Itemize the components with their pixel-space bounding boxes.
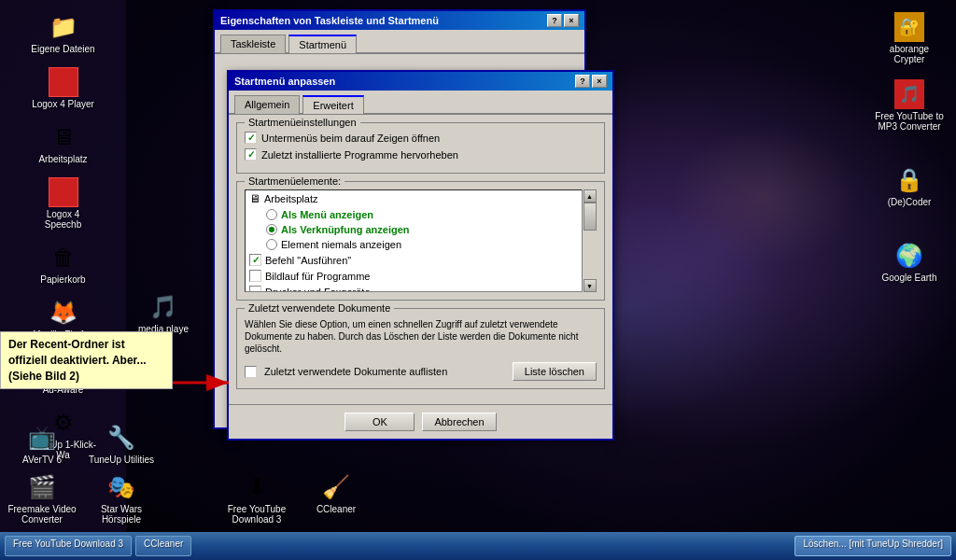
bildlauf-checkbox[interactable] [249,270,261,282]
untermenu-checkbox[interactable] [245,132,257,144]
icon-tuneup-utils[interactable]: 🔧 TuneUp Utilities [84,420,159,468]
tab-erweitert[interactable]: Erweitert [302,95,363,114]
icon-arbeitsplatz[interactable]: 🖥 Arbeitsplatz [26,119,101,167]
scrollbar-up-arrow[interactable]: ▲ [583,189,597,203]
scrollbar-thumb[interactable] [583,203,597,231]
bottom-left-icons: 📺 AVerTV 6 🔧 TuneUp Utilities [5,420,159,468]
icon-media-player[interactable]: 🎵 media playe [126,289,201,337]
cancel-button[interactable]: Abbrechen [422,413,496,431]
outer-dialog-title: Eigenschaften von Taskleiste und Startme… [220,15,547,26]
list-box-container: 🖥 Arbeitsplatz Als Menü anzeigen Als Ver… [245,189,597,292]
recent-description: Wählen Sie diese Option, um einen schnel… [245,318,597,355]
bottom-desktop-icons: 🎬 Freemake Video Converter 🎭 Star Wars H… [5,469,373,527]
icon-avertv[interactable]: 📺 AVerTV 6 [5,420,79,468]
annotation-box: Der Recent-Ordner ist offiziell deaktivi… [0,331,173,389]
list-item-als-menu[interactable]: Als Menü anzeigen [246,207,581,222]
icon-aborange-crypter[interactable]: 🔐 aborange Crypter [872,9,947,67]
icon-starwars[interactable]: 🎭 Star Wars Hörspiele [84,469,159,527]
elements-group: Startmenüelemente: 🖥 Arbeitsplatz Als Me… [236,181,605,301]
arbeitsplatz-label: Arbeitsplatz [264,193,317,204]
scrollbar-down-arrow[interactable]: ▼ [583,279,597,292]
recent-group: Zuletzt verwendete Dokumente Wählen Sie … [236,308,605,389]
inner-dialog-content: Startmenüeinstellungen Untermenüs beim d… [229,115,612,404]
ausfuhren-checkbox[interactable] [249,254,261,266]
drucker-label: Drucker und Faxgeräte [265,287,371,293]
outer-dialog-help-btn[interactable]: ? [547,14,562,27]
outer-dialog-tabs: Taskleiste Startmenü [215,30,584,54]
arbeitsplatz-icon: 🖥 [249,192,260,205]
settings-group-label: Startmenüeinstellungen [245,117,360,128]
inner-dialog-buttons: ? × [575,75,607,88]
elements-group-label: Startmenüelemente: [245,175,344,187]
ausfuhren-label: Befehl "Ausführen" [265,255,351,266]
icon-papierkorb[interactable]: 🗑 Papierkorb [26,240,101,287]
scrollbar-track [583,203,597,279]
list-scrollbar[interactable]: ▲ ▼ [582,189,597,292]
taskbar-btn-ccleaner[interactable]: CCleaner [135,536,191,556]
untermenu-row[interactable]: Untermenüs beim darauf Zeigen öffnen [245,132,597,144]
radio-als-verknupfung[interactable] [266,224,277,235]
icon-logox4speech[interactable]: Logox 4 Speechb [26,175,101,232]
settings-group: Startmenüeinstellungen Untermenüs beim d… [236,122,605,174]
niemals-label: Element niemals anzeigen [281,239,401,250]
outer-dialog-titlebar: Eigenschaften von Taskleiste und Startme… [215,11,584,30]
icon-eigene-dateien[interactable]: 📁 Eigene Dateien [26,9,101,57]
outer-dialog-buttons: ? × [547,14,579,27]
icon-decoder[interactable]: 🔒 (De)Coder [872,162,947,210]
annotation-text: Der Recent-Ordner ist offiziell deaktivi… [8,338,147,383]
desktop: 📁 Eigene Dateien Logox 4 Player 🖥 Arbeit… [0,0,956,560]
als-menu-label: Als Menü anzeigen [281,209,373,220]
icon-google-earth[interactable]: 🌍 Google Earth [872,238,947,286]
icon-freemake[interactable]: 🎬 Freemake Video Converter [5,469,79,527]
icon-logox4player[interactable]: Logox 4 Player [26,64,101,112]
bottom-taskbar: Free YouTube Download 3 CCleaner Löschen… [0,532,956,560]
media-player-area: 🎵 media playe [126,289,201,337]
tab-startmenu[interactable]: Startmenü [288,35,357,53]
right-desktop-icons: 🔐 aborange Crypter 🎵 Free YouTube to MP3… [872,9,947,286]
installierte-checkbox[interactable] [245,148,257,161]
list-item-drucker[interactable]: Drucker und Faxgeräte [246,284,581,292]
installierte-row[interactable]: Zuletzt installierte Programme hervorheb… [245,148,597,161]
als-verknupfung-label: Als Verknüpfung anzeigen [281,224,410,235]
inner-dialog-close-btn[interactable]: × [592,75,607,88]
untermenu-label: Untermenüs beim darauf Zeigen öffnen [261,133,440,144]
drucker-checkbox[interactable] [249,286,261,292]
list-item-bildlauf[interactable]: Bildlauf für Programme [246,268,581,284]
list-item-niemals[interactable]: Element niemals anzeigen [246,237,581,252]
inner-dialog-titlebar: Startmenü anpassen ? × [229,72,612,91]
inner-dialog: Startmenü anpassen ? × Allgemein Erweite… [227,70,614,441]
radio-als-menu[interactable] [266,209,277,220]
recent-group-label: Zuletzt verwendete Dokumente [245,302,394,314]
taskbar-btn-loschen[interactable]: Löschen... [mit TuneUp Shredder] [794,536,951,556]
icon-free-youtube-download[interactable]: ⬇ Free YouTube Download 3 [219,469,294,527]
list-item-als-verknupfung[interactable]: Als Verknüpfung anzeigen [246,222,581,237]
tab-allgemein[interactable]: Allgemein [234,95,300,114]
recent-row: Zuletzt verwendete Dokumente auflisten L… [245,362,597,381]
inner-dialog-title: Startmenü anpassen [234,76,575,87]
installierte-label: Zuletzt installierte Programme hervorheb… [261,149,458,161]
recent-checkbox[interactable] [245,366,257,378]
radio-niemals[interactable] [266,239,277,250]
clear-list-button[interactable]: Liste löschen [513,362,597,381]
elements-list[interactable]: 🖥 Arbeitsplatz Als Menü anzeigen Als Ver… [245,189,597,292]
tab-taskleiste[interactable]: Taskleiste [220,35,286,53]
icon-free-youtube-mp3[interactable]: 🎵 Free YouTube to MP3 Converter [872,77,947,134]
ok-button[interactable]: OK [344,413,415,431]
inner-dialog-footer: OK Abbrechen [229,404,612,439]
list-item-ausfuhren[interactable]: Befehl "Ausführen" [246,252,581,268]
red-arrow [173,364,238,403]
inner-dialog-help-btn[interactable]: ? [575,75,590,88]
icon-ccleaner[interactable]: 🧹 CCleaner [299,469,373,527]
list-item-arbeitsplatz[interactable]: 🖥 Arbeitsplatz [246,190,581,207]
recent-checkbox-label: Zuletzt verwendete Dokumente auflisten [264,366,447,377]
bildlauf-label: Bildlauf für Programme [265,271,371,282]
outer-dialog-close-btn[interactable]: × [564,14,579,27]
taskbar-btn-free-youtube[interactable]: Free YouTube Download 3 [5,536,132,556]
inner-dialog-tabs: Allgemein Erweitert [229,91,612,115]
